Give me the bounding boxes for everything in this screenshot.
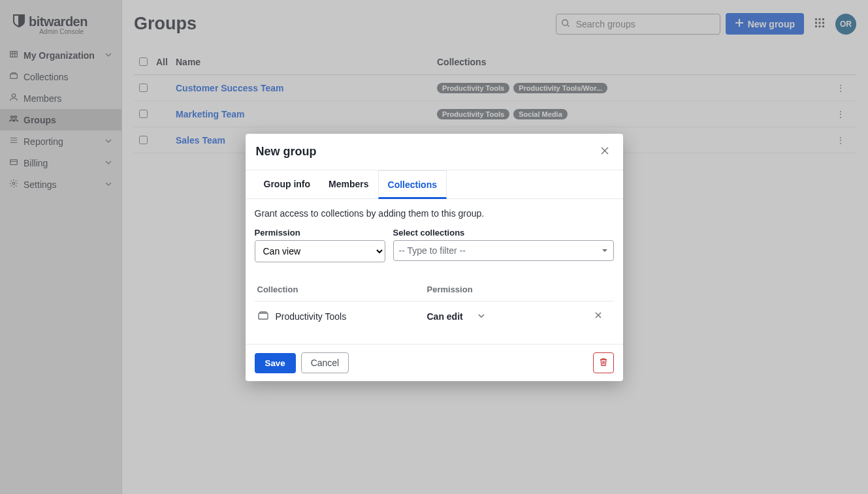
tab-group-info[interactable]: Group info [255,170,320,198]
modal-overlay: New group Group info Members Collections… [0,0,868,494]
modal-close-button[interactable] [597,143,613,161]
delete-button[interactable] [593,352,614,373]
caret-down-icon [602,245,608,256]
tab-members[interactable]: Members [319,170,378,198]
remove-collection-button[interactable] [585,311,611,322]
mini-col-permission: Permission [427,285,585,294]
tab-collections[interactable]: Collections [378,170,447,199]
close-icon [600,147,610,158]
mini-col-collection: Collection [257,285,427,294]
save-button[interactable]: Save [255,353,296,373]
cancel-button[interactable]: Cancel [301,352,349,373]
assigned-permission-select[interactable]: Can edit [427,311,585,322]
assigned-collections-table: Collection Permission Productivity Tools… [255,278,614,331]
assigned-permission-value: Can edit [427,311,463,322]
select-collections-label: Select collections [393,228,614,238]
collection-icon [257,309,269,323]
combo-placeholder: -- Type to filter -- [399,245,466,256]
permission-label: Permission [255,228,385,238]
assigned-collection-name: Productivity Tools [276,311,347,322]
assigned-collection-row: Productivity Tools Can edit [255,301,614,331]
close-icon [594,311,603,322]
permission-select[interactable]: Can view [255,240,385,262]
modal-tabs: Group info Members Collections [246,170,623,199]
trash-icon [599,358,608,369]
modal-description: Grant access to collections by adding th… [255,208,614,219]
chevron-down-icon [477,311,485,322]
new-group-modal: New group Group info Members Collections… [246,134,623,381]
select-collections-combo[interactable]: -- Type to filter -- [393,240,614,261]
svg-rect-17 [259,313,268,319]
modal-title: New group [256,145,317,159]
